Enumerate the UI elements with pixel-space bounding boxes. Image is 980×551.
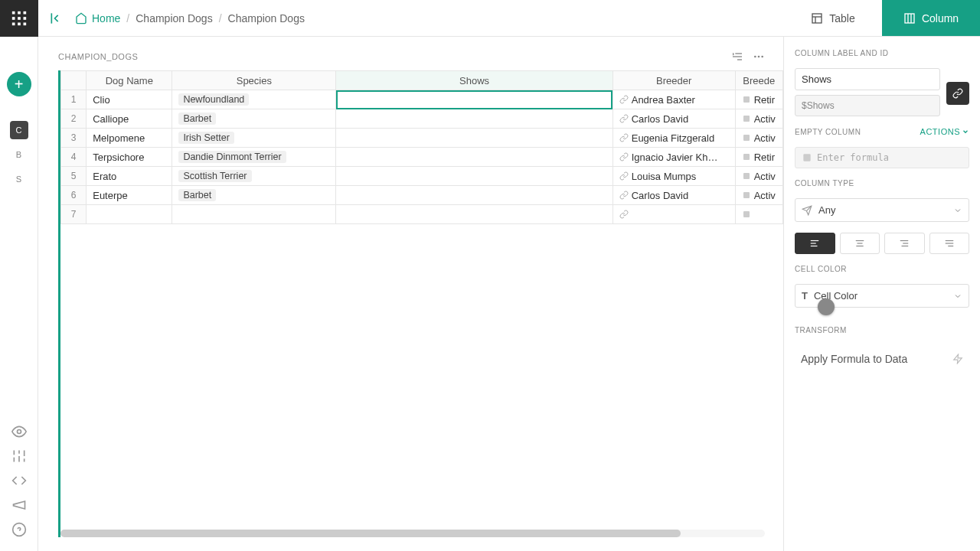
- table-row[interactable]: 5EratoScottish TerrierLouisa MumpsActiv: [61, 167, 783, 186]
- svg-rect-34: [743, 135, 750, 141]
- row-number: 5: [61, 167, 87, 186]
- cell-breeder[interactable]: Andrea Baxter: [612, 90, 735, 109]
- svg-rect-5: [23, 17, 26, 20]
- cell-shows[interactable]: [336, 148, 612, 167]
- cell-dog-name[interactable]: Terpsichore: [87, 148, 172, 167]
- svg-point-31: [761, 56, 763, 58]
- cell-status[interactable]: Activ: [735, 129, 782, 148]
- row-number: 1: [61, 90, 87, 109]
- cell-status[interactable]: Retir: [735, 148, 782, 167]
- cell-dog-name[interactable]: Calliope: [87, 109, 172, 129]
- formula-input[interactable]: Enter formula: [795, 147, 969, 168]
- cell-dog-name[interactable]: [87, 205, 172, 224]
- table-row[interactable]: 3MelpomeneIrish SetterEugenia Fitzgerald…: [61, 129, 783, 148]
- sliders-icon[interactable]: [11, 448, 27, 464]
- cell-shows[interactable]: [336, 186, 612, 205]
- col-header[interactable]: Species: [172, 71, 336, 90]
- code-icon[interactable]: [11, 473, 27, 488]
- cell-status[interactable]: Activ: [735, 186, 782, 205]
- cursor-indicator: [818, 298, 835, 315]
- tab-table[interactable]: Table: [784, 0, 882, 36]
- cell-species[interactable]: Dandie Dinmont Terrier: [172, 148, 336, 167]
- cell-shows[interactable]: [336, 90, 612, 109]
- cell-status[interactable]: Activ: [735, 167, 782, 186]
- sidebar-item-c[interactable]: C: [10, 121, 28, 139]
- row-number: 4: [61, 148, 87, 167]
- actions-dropdown[interactable]: ACTIONS: [920, 127, 969, 136]
- announcement-icon[interactable]: [11, 497, 27, 513]
- table-row[interactable]: 2CalliopeBarbetCarlos DavidActiv: [61, 109, 783, 129]
- sidebar-item-b[interactable]: B: [10, 145, 28, 164]
- table-row[interactable]: 1ClioNewfoundlandAndrea BaxterRetir: [61, 90, 783, 109]
- filter-icon[interactable]: [731, 51, 743, 63]
- cell-species[interactable]: Barbet: [172, 109, 336, 129]
- align-center-button[interactable]: [840, 233, 880, 254]
- cell-dog-name[interactable]: Erato: [87, 167, 172, 186]
- column-id-input[interactable]: [795, 95, 940, 116]
- app-logo[interactable]: [0, 0, 38, 37]
- data-table[interactable]: Dog Name Species Shows Breeder Breede 1C…: [60, 70, 783, 224]
- breadcrumb-current[interactable]: Champion Dogs: [228, 12, 305, 24]
- col-rownum: [61, 71, 87, 90]
- cell-species[interactable]: [172, 205, 336, 224]
- table-row[interactable]: 6EuterpeBarbetCarlos DavidActiv: [61, 186, 783, 205]
- breadcrumb-parent[interactable]: Champion Dogs: [136, 12, 212, 24]
- col-header[interactable]: Breeder: [612, 71, 735, 90]
- cell-breeder[interactable]: [612, 205, 735, 224]
- table-row[interactable]: 4TerpsichoreDandie Dinmont TerrierIgnaci…: [61, 148, 783, 167]
- breadcrumb-sep: /: [219, 12, 222, 24]
- cell-breeder[interactable]: Carlos David: [612, 109, 735, 129]
- breadcrumb-home[interactable]: Home: [75, 12, 120, 24]
- cell-status[interactable]: [735, 205, 782, 224]
- row-number: 3: [61, 129, 87, 148]
- cell-species[interactable]: Newfoundland: [172, 90, 336, 109]
- column-label-input[interactable]: [795, 68, 940, 90]
- section-label: COLUMN TYPE: [795, 179, 969, 187]
- align-right-button[interactable]: [884, 233, 925, 254]
- cell-dog-name[interactable]: Clio: [87, 90, 172, 109]
- svg-marker-58: [954, 354, 962, 364]
- svg-rect-4: [18, 17, 21, 20]
- cell-breeder[interactable]: Eugenia Fitzgerald: [612, 129, 735, 148]
- cell-species[interactable]: Irish Setter: [172, 129, 336, 148]
- tab-column[interactable]: Column: [882, 0, 980, 36]
- section-label: CELL COLOR: [795, 265, 969, 273]
- col-header[interactable]: Breede: [735, 71, 782, 90]
- cell-species[interactable]: Barbet: [172, 186, 336, 205]
- cell-dog-name[interactable]: Euterpe: [87, 186, 172, 205]
- cell-status[interactable]: Retir: [735, 90, 782, 109]
- section-label: COLUMN LABEL AND ID: [795, 49, 969, 57]
- link-column-button[interactable]: [946, 82, 969, 105]
- align-left-button[interactable]: [795, 233, 835, 254]
- cell-breeder[interactable]: Louisa Mumps: [612, 167, 735, 186]
- cell-species[interactable]: Scottish Terrier: [172, 167, 336, 186]
- cell-shows[interactable]: [336, 205, 612, 224]
- eye-icon[interactable]: [11, 424, 27, 439]
- more-icon[interactable]: [753, 51, 765, 63]
- help-icon[interactable]: [11, 522, 27, 537]
- svg-rect-33: [743, 116, 750, 122]
- align-group: [795, 233, 969, 254]
- col-header[interactable]: Dog Name: [87, 71, 172, 90]
- cell-shows[interactable]: [336, 129, 612, 148]
- cell-shows[interactable]: [336, 109, 612, 129]
- cell-status[interactable]: Activ: [735, 109, 782, 129]
- col-header-selected[interactable]: Shows: [336, 71, 612, 90]
- column-type-select[interactable]: Any: [795, 198, 969, 222]
- collapse-icon[interactable]: [49, 11, 64, 26]
- align-justify-button[interactable]: [929, 233, 970, 254]
- cell-breeder[interactable]: Ignacio Javier Kh…: [612, 148, 735, 167]
- table-row[interactable]: 7: [61, 205, 783, 224]
- breadcrumb-sep: /: [126, 12, 129, 24]
- sidebar-item-s[interactable]: S: [10, 170, 28, 188]
- apply-formula-button[interactable]: Apply Formula to Data: [795, 345, 969, 373]
- svg-point-9: [17, 430, 21, 434]
- svg-rect-1: [18, 11, 21, 15]
- svg-rect-0: [11, 11, 15, 15]
- cell-dog-name[interactable]: Melpomene: [87, 129, 172, 148]
- cell-breeder[interactable]: Carlos David: [612, 186, 735, 205]
- cell-shows[interactable]: [336, 167, 612, 186]
- horizontal-scrollbar[interactable]: [60, 530, 765, 537]
- add-button[interactable]: +: [7, 72, 31, 96]
- svg-rect-42: [905, 14, 914, 23]
